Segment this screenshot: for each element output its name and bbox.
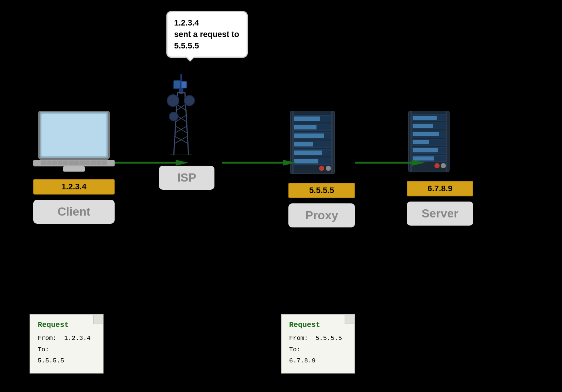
svg-point-50	[326, 166, 331, 171]
proxy-server-icon	[288, 111, 336, 178]
proxy-label: Proxy	[288, 203, 355, 227]
proxy-note-to: To: 6.7.8.9	[289, 344, 347, 367]
svg-marker-71	[176, 160, 189, 166]
svg-marker-75	[412, 160, 425, 166]
client-label: Client	[33, 200, 115, 224]
laptop-icon	[33, 111, 115, 174]
svg-rect-1	[41, 114, 106, 156]
isp-label: ISP	[159, 166, 214, 190]
svg-point-66	[434, 163, 440, 168]
proxy-ip-badge: 5.5.5.5	[288, 183, 355, 198]
bubble-line1: 1.2.3.4	[174, 18, 199, 27]
arrow-proxy-to-server	[355, 159, 425, 166]
client-note-from: From: 1.2.3.4	[38, 333, 95, 344]
svg-rect-59	[413, 132, 439, 136]
client-note-to: To: 5.5.5.5	[38, 344, 95, 367]
proxy-note-title: Request	[289, 321, 347, 329]
svg-marker-73	[283, 160, 296, 166]
bubble-line3: 5.5.5.5	[174, 41, 199, 50]
client-node: 1.2.3.4 Client	[33, 111, 115, 224]
svg-rect-63	[413, 148, 438, 152]
proxy-note-from: From: 5.5.5.5	[289, 333, 347, 344]
svg-point-67	[441, 163, 446, 168]
bubble-line2: sent a request to	[174, 30, 239, 39]
client-note-title: Request	[38, 321, 95, 329]
svg-rect-57	[413, 124, 433, 128]
svg-rect-38	[294, 116, 320, 121]
proxy-node: 5.5.5.5 Proxy	[288, 111, 355, 227]
svg-point-29	[167, 95, 179, 107]
proxy-request-note: Request From: 5.5.5.5 To: 6.7.8.9	[281, 314, 355, 374]
server-label: Server	[407, 202, 473, 226]
server-ip-badge: 6.7.8.9	[407, 181, 473, 196]
svg-rect-48	[294, 159, 318, 163]
svg-rect-61	[413, 140, 429, 144]
svg-point-49	[319, 166, 324, 171]
svg-point-30	[184, 95, 194, 106]
svg-rect-19	[181, 81, 186, 88]
svg-rect-55	[413, 116, 437, 120]
svg-rect-18	[174, 81, 180, 89]
isp-node: 1.2.3.4 sent a request to 5.5.5.5	[159, 74, 214, 190]
svg-rect-44	[294, 142, 313, 146]
client-request-note: Request From: 1.2.3.4 To: 5.5.5.5	[30, 314, 104, 374]
arrow-client-to-isp	[115, 159, 189, 166]
svg-rect-42	[294, 134, 324, 138]
svg-rect-15	[63, 166, 85, 172]
svg-rect-40	[294, 125, 316, 129]
arrow-isp-to-proxy	[222, 159, 296, 166]
tower-icon	[159, 74, 203, 155]
svg-rect-46	[294, 151, 322, 155]
server-node: 6.7.8.9 Server	[407, 111, 473, 226]
diagram-container: 1.2.3.4 Client 1.2.3.4 sent a request to…	[0, 0, 562, 392]
client-ip-badge: 1.2.3.4	[33, 179, 115, 195]
speech-bubble: 1.2.3.4 sent a request to 5.5.5.5	[166, 11, 248, 58]
svg-point-31	[169, 112, 178, 121]
